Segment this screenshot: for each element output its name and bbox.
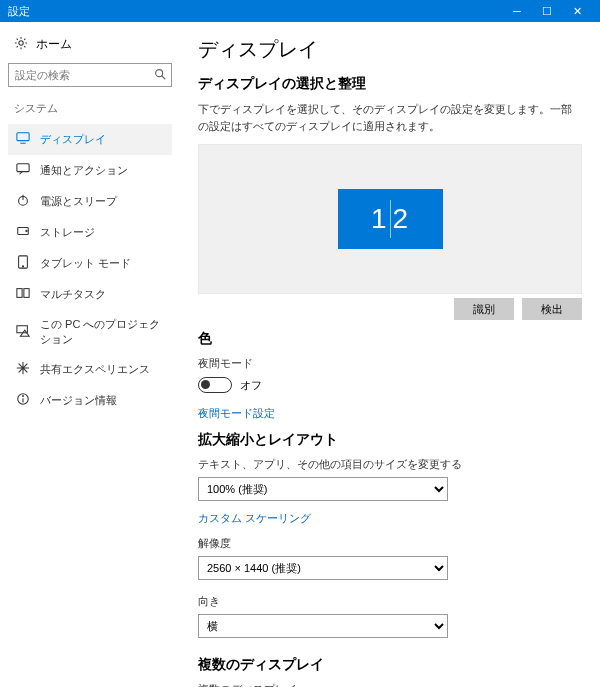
minimize-button[interactable]: ─ <box>502 5 532 17</box>
main-content: ディスプレイ ディスプレイの選択と整理 下でディスプレイを選択して、そのディスプ… <box>180 22 600 687</box>
multi-display-title: 複数のディスプレイ <box>198 656 582 674</box>
sidebar-item-projection[interactable]: この PC へのプロジェクション <box>8 310 172 354</box>
sidebar-item-label: この PC へのプロジェクション <box>40 317 164 347</box>
projection-icon <box>16 324 30 341</box>
window-title: 設定 <box>8 4 502 19</box>
orientation-label: 向き <box>198 594 582 609</box>
display-1-number: 1 <box>371 203 388 235</box>
sidebar-item-label: 共有エクスペリエンス <box>40 362 150 377</box>
svg-rect-12 <box>17 289 22 298</box>
scale-title: 拡大縮小とレイアウト <box>198 431 582 449</box>
nightlight-state: オフ <box>240 378 262 393</box>
sidebar-item-display[interactable]: ディスプレイ <box>8 124 172 155</box>
svg-rect-13 <box>24 289 29 298</box>
nightlight-label: 夜間モード <box>198 356 582 371</box>
message-icon <box>16 162 30 179</box>
sidebar-item-tablet[interactable]: タブレット モード <box>8 248 172 279</box>
sidebar-item-shared[interactable]: 共有エクスペリエンス <box>8 354 172 385</box>
share-icon <box>16 361 30 378</box>
custom-scaling-link[interactable]: カスタム スケーリング <box>198 511 582 526</box>
page-title: ディスプレイ <box>198 36 582 63</box>
identify-button[interactable]: 識別 <box>454 298 514 320</box>
arrange-description: 下でディスプレイを選択して、そのディスプレイの設定を変更します。一部の設定はすべ… <box>198 101 582 134</box>
display-2-number: 2 <box>393 203 410 235</box>
sidebar-item-notifications[interactable]: 通知とアクション <box>8 155 172 186</box>
multitask-icon <box>16 286 30 303</box>
svg-point-9 <box>26 230 27 231</box>
display-divider <box>390 200 391 238</box>
color-title: 色 <box>198 330 582 348</box>
display-arrange-area[interactable]: 1 2 <box>198 144 582 294</box>
sidebar-item-label: 電源とスリープ <box>40 194 117 209</box>
power-icon <box>16 193 30 210</box>
search-input[interactable] <box>8 63 172 87</box>
svg-point-0 <box>19 41 23 45</box>
storage-icon <box>16 224 30 241</box>
svg-line-2 <box>162 76 166 80</box>
multi-display-label: 複数のディスプレイ <box>198 682 582 687</box>
orientation-select[interactable]: 横 <box>198 614 448 638</box>
resolution-label: 解像度 <box>198 536 582 551</box>
titlebar: 設定 ─ ☐ ✕ <box>0 0 600 22</box>
svg-rect-5 <box>17 164 29 172</box>
sidebar-item-label: タブレット モード <box>40 256 131 271</box>
search-box[interactable] <box>8 63 172 87</box>
maximize-button[interactable]: ☐ <box>532 5 562 18</box>
monitor-icon <box>16 131 30 148</box>
home-link[interactable]: ホーム <box>14 36 168 53</box>
section-label: システム <box>14 101 166 116</box>
resolution-select[interactable]: 2560 × 1440 (推奨) <box>198 556 448 580</box>
svg-point-11 <box>22 266 23 267</box>
tablet-icon <box>16 255 30 272</box>
detect-button[interactable]: 検出 <box>522 298 582 320</box>
sidebar-item-label: ストレージ <box>40 225 95 240</box>
scale-select[interactable]: 100% (推奨) <box>198 477 448 501</box>
sidebar-item-power[interactable]: 電源とスリープ <box>8 186 172 217</box>
arrange-title: ディスプレイの選択と整理 <box>198 75 582 93</box>
svg-point-17 <box>23 396 24 397</box>
scale-label: テキスト、アプリ、その他の項目のサイズを変更する <box>198 457 582 472</box>
display-box[interactable]: 1 2 <box>338 189 443 249</box>
sidebar-item-multitask[interactable]: マルチタスク <box>8 279 172 310</box>
sidebar-item-about[interactable]: バージョン情報 <box>8 385 172 416</box>
sidebar-item-storage[interactable]: ストレージ <box>8 217 172 248</box>
nightlight-toggle[interactable] <box>198 377 232 393</box>
home-label: ホーム <box>36 36 72 53</box>
nightlight-settings-link[interactable]: 夜間モード設定 <box>198 406 582 421</box>
sidebar-item-label: バージョン情報 <box>40 393 117 408</box>
svg-point-1 <box>156 70 163 77</box>
info-icon <box>16 392 30 409</box>
sidebar: ホーム システム ディスプレイ 通知とアクション 電源とスリープ ストレージ タ <box>0 22 180 687</box>
sidebar-item-label: ディスプレイ <box>40 132 106 147</box>
gear-icon <box>14 36 28 53</box>
search-icon <box>153 67 167 83</box>
sidebar-item-label: マルチタスク <box>40 287 106 302</box>
close-button[interactable]: ✕ <box>562 5 592 18</box>
svg-rect-3 <box>17 133 29 141</box>
sidebar-item-label: 通知とアクション <box>40 163 128 178</box>
